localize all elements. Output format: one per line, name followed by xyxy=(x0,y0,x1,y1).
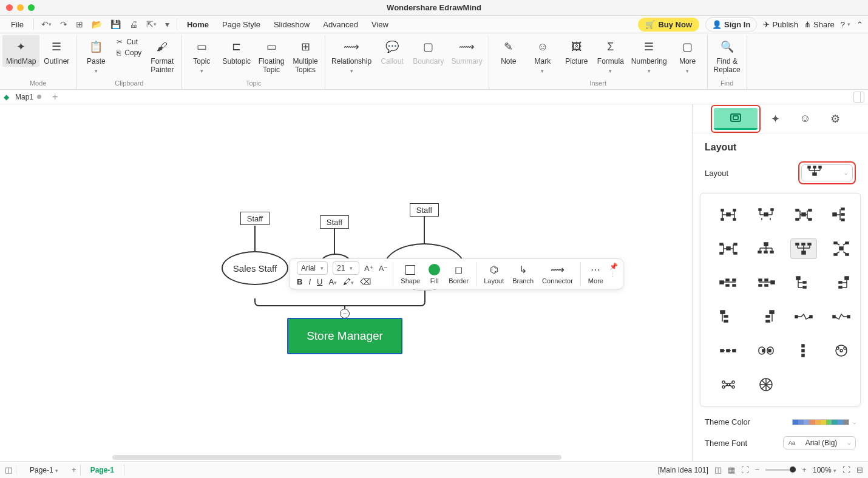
tab-home[interactable]: Home xyxy=(181,18,215,32)
page-tab-active[interactable]: Page-1 xyxy=(80,465,124,476)
view-mode-2[interactable]: ▦ xyxy=(728,465,735,474)
branch-button[interactable]: ↳Branch xyxy=(510,263,536,286)
layout-select[interactable]: ⌵ xyxy=(801,164,853,181)
boundary-button[interactable]: ▢Boundary xyxy=(409,35,447,67)
decrease-font-button[interactable]: A⁻ xyxy=(379,264,388,273)
page-selector[interactable]: Page-1 ▾ xyxy=(20,465,68,476)
close-window-button[interactable] xyxy=(6,4,13,11)
layout-panel-tab[interactable] xyxy=(714,108,758,130)
open-button[interactable]: 📂 xyxy=(88,17,106,32)
layout-option-7[interactable] xyxy=(790,238,817,259)
font-color-button[interactable]: A▾ xyxy=(328,277,337,286)
mark-button[interactable]: ☺Mark▾ xyxy=(526,35,560,76)
layout-ft-button[interactable]: ⌬Layout xyxy=(481,263,506,286)
layout-option-8[interactable] xyxy=(828,238,855,259)
add-tab-button[interactable]: + xyxy=(52,92,58,103)
underline-button[interactable]: U xyxy=(317,277,322,286)
publish-button[interactable]: ✈ Publish xyxy=(763,20,798,29)
numbering-button[interactable]: ☰Numbering▾ xyxy=(628,35,671,76)
shape-button[interactable]: Shape xyxy=(398,263,422,286)
summary-button[interactable]: ⟿Summary xyxy=(448,35,486,67)
print-button[interactable]: 🖨 xyxy=(126,17,141,32)
paste-button[interactable]: 📋Paste▾ xyxy=(79,35,113,76)
fullscreen-button[interactable]: ⛶ xyxy=(843,465,850,474)
pin-icon[interactable]: 📌 xyxy=(609,263,618,271)
connector-button[interactable]: ⟿Connector xyxy=(540,263,575,286)
zoom-in-button[interactable]: + xyxy=(802,465,807,474)
picture-button[interactable]: 🖼Picture xyxy=(560,35,594,67)
canvas[interactable]: Staff Staff Staff Sales Staff − Store Ma… xyxy=(0,104,692,461)
highlight-button[interactable]: 🖍▾ xyxy=(343,277,354,286)
undo-button[interactable]: ↶ ▾ xyxy=(38,17,55,32)
collapse-ribbon-button[interactable]: ⌃ xyxy=(856,20,863,29)
formula-button[interactable]: ΣFormula▾ xyxy=(594,35,628,76)
canvas-h-scrollbar[interactable] xyxy=(112,455,561,460)
share-button[interactable]: ⋔ Share xyxy=(804,20,835,29)
layout-option-6[interactable] xyxy=(753,238,779,259)
view-mode-1[interactable]: ◫ xyxy=(714,465,722,474)
italic-button[interactable]: I xyxy=(308,277,311,286)
collapse-toggle[interactable]: − xyxy=(340,309,350,318)
redo-button[interactable]: ↷ xyxy=(56,17,71,32)
layout-option-11[interactable] xyxy=(790,272,817,293)
add-page-button[interactable]: + xyxy=(72,465,76,474)
node-staff-1[interactable]: Staff xyxy=(240,212,270,225)
layout-option-20[interactable] xyxy=(828,340,855,361)
maximize-window-button[interactable] xyxy=(28,4,35,11)
relationship-button[interactable]: ⟿Relationship▾ xyxy=(328,35,375,76)
layout-option-12[interactable] xyxy=(828,272,855,293)
buy-now-button[interactable]: 🛒 Buy Now xyxy=(638,18,699,32)
minimize-window-button[interactable] xyxy=(17,4,24,11)
layout-option-21[interactable] xyxy=(715,374,742,395)
zoom-value[interactable]: 100% ▾ xyxy=(813,466,836,474)
tab-advanced[interactable]: Advanced xyxy=(317,18,364,32)
subtopic-button[interactable]: ⊏Subtopic xyxy=(219,35,254,67)
file-menu[interactable]: File xyxy=(5,18,30,32)
zoom-slider[interactable] xyxy=(765,469,796,471)
help-button[interactable]: ? ▾ xyxy=(841,20,850,29)
layout-option-15[interactable] xyxy=(790,306,817,327)
increase-font-button[interactable]: A⁺ xyxy=(364,264,374,273)
settings-panel-tab[interactable]: ⚙ xyxy=(820,108,850,130)
new-button[interactable]: ⊞ xyxy=(72,17,87,32)
layout-option-3[interactable] xyxy=(790,204,817,225)
sign-in-button[interactable]: 👤 Sign In xyxy=(705,17,757,32)
layout-option-2[interactable] xyxy=(753,204,779,225)
layout-option-10[interactable] xyxy=(753,272,779,293)
expand-ft-button[interactable]: ⋮ xyxy=(609,271,615,277)
bold-button[interactable]: B xyxy=(297,277,302,286)
layout-option-14[interactable] xyxy=(753,306,779,327)
floating-topic-button[interactable]: ▭Floating Topic xyxy=(254,35,288,76)
border-button[interactable]: ◻Border xyxy=(446,263,471,286)
outliner-mode-button[interactable]: ☰Outliner xyxy=(39,35,73,67)
layout-option-13[interactable] xyxy=(715,306,742,327)
document-tab[interactable]: Map1 xyxy=(9,92,47,103)
panel-toggle-button[interactable] xyxy=(853,92,864,103)
more-insert-button[interactable]: ▢More▾ xyxy=(671,35,705,76)
more-ft-button[interactable]: ⋯More xyxy=(586,263,606,286)
layout-option-18[interactable] xyxy=(753,340,779,361)
layout-option-16[interactable] xyxy=(828,306,855,327)
layout-option-22[interactable] xyxy=(753,374,779,395)
layout-option-1[interactable] xyxy=(715,204,742,225)
mindmap-mode-button[interactable]: ✦MindMap xyxy=(2,35,39,67)
theme-color-swatches[interactable] xyxy=(792,419,849,425)
node-sales-staff[interactable]: Sales Staff xyxy=(222,251,288,285)
multiple-topics-button[interactable]: ⊞Multiple Topics xyxy=(288,35,322,76)
save-button[interactable]: 💾 xyxy=(107,17,124,32)
copy-button[interactable]: ⎘ Copy xyxy=(117,49,141,57)
node-staff-3[interactable]: Staff xyxy=(410,203,439,217)
collapse-panel-button[interactable]: ⊟ xyxy=(856,465,863,474)
layout-option-9[interactable] xyxy=(715,272,742,293)
theme-color-dropdown[interactable]: ⌵ xyxy=(853,419,856,425)
node-store-manager[interactable]: Store Manager xyxy=(287,318,402,354)
find-replace-button[interactable]: 🔍Find & Replace xyxy=(710,35,744,76)
tab-slideshow[interactable]: Slideshow xyxy=(268,18,316,32)
format-painter-button[interactable]: 🖌Format Painter xyxy=(145,35,179,76)
callout-button[interactable]: 💬Callout xyxy=(375,35,409,67)
sidebar-toggle-button[interactable]: ◫ xyxy=(5,465,12,474)
layout-option-19[interactable] xyxy=(790,340,817,361)
fill-button[interactable]: Fill xyxy=(426,263,442,286)
font-family-select[interactable]: Arial ▾ xyxy=(297,261,328,275)
layout-option-5[interactable] xyxy=(715,238,742,259)
